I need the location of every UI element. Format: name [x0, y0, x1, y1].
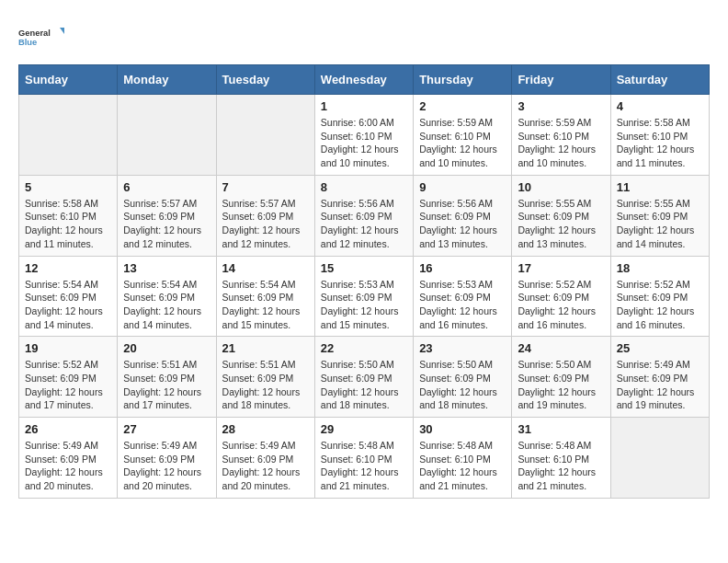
calendar-cell: 4Sunrise: 5:58 AM Sunset: 6:10 PM Daylig…	[610, 95, 709, 176]
day-number: 18	[617, 261, 703, 275]
weekday-header-monday: Monday	[118, 65, 216, 95]
day-number: 31	[518, 422, 604, 436]
calendar-cell: 21Sunrise: 5:51 AM Sunset: 6:09 PM Dayli…	[216, 337, 314, 418]
weekday-header-saturday: Saturday	[610, 65, 709, 95]
calendar-week-3: 12Sunrise: 5:54 AM Sunset: 6:09 PM Dayli…	[19, 256, 710, 337]
day-info: Sunrise: 5:56 AM Sunset: 6:09 PM Dayligh…	[419, 197, 506, 251]
day-number: 22	[321, 341, 407, 355]
calendar-cell: 6Sunrise: 5:57 AM Sunset: 6:09 PM Daylig…	[118, 175, 216, 256]
day-info: Sunrise: 5:48 AM Sunset: 6:10 PM Dayligh…	[321, 439, 407, 493]
day-info: Sunrise: 5:48 AM Sunset: 6:10 PM Dayligh…	[419, 439, 506, 493]
day-info: Sunrise: 6:00 AM Sunset: 6:10 PM Dayligh…	[321, 116, 407, 170]
calendar-cell: 20Sunrise: 5:51 AM Sunset: 6:09 PM Dayli…	[118, 337, 216, 418]
calendar-cell	[610, 418, 709, 499]
day-info: Sunrise: 5:49 AM Sunset: 6:09 PM Dayligh…	[222, 439, 309, 493]
day-number: 11	[617, 180, 703, 194]
day-number: 12	[25, 261, 111, 275]
day-number: 26	[25, 422, 111, 436]
logo-svg: General Blue	[18, 18, 64, 55]
calendar-week-5: 26Sunrise: 5:49 AM Sunset: 6:09 PM Dayli…	[19, 418, 710, 499]
calendar-cell: 11Sunrise: 5:55 AM Sunset: 6:09 PM Dayli…	[610, 175, 709, 256]
calendar-cell: 3Sunrise: 5:59 AM Sunset: 6:10 PM Daylig…	[512, 95, 610, 176]
day-number: 29	[321, 422, 407, 436]
svg-text:General: General	[18, 29, 51, 38]
calendar-cell: 18Sunrise: 5:52 AM Sunset: 6:09 PM Dayli…	[610, 256, 709, 337]
svg-text:Blue: Blue	[18, 38, 37, 47]
day-number: 27	[123, 422, 210, 436]
day-number: 5	[25, 180, 111, 194]
day-number: 7	[222, 180, 309, 194]
day-info: Sunrise: 5:49 AM Sunset: 6:09 PM Dayligh…	[617, 358, 703, 412]
day-info: Sunrise: 5:52 AM Sunset: 6:09 PM Dayligh…	[518, 278, 604, 332]
day-info: Sunrise: 5:48 AM Sunset: 6:10 PM Dayligh…	[518, 439, 604, 493]
day-number: 28	[222, 422, 309, 436]
calendar-cell: 17Sunrise: 5:52 AM Sunset: 6:09 PM Dayli…	[512, 256, 610, 337]
calendar-cell: 19Sunrise: 5:52 AM Sunset: 6:09 PM Dayli…	[19, 337, 118, 418]
calendar-cell: 23Sunrise: 5:50 AM Sunset: 6:09 PM Dayli…	[414, 337, 512, 418]
day-info: Sunrise: 5:55 AM Sunset: 6:09 PM Dayligh…	[518, 197, 604, 251]
day-number: 25	[617, 341, 703, 355]
calendar-cell: 29Sunrise: 5:48 AM Sunset: 6:10 PM Dayli…	[314, 418, 413, 499]
calendar-cell: 10Sunrise: 5:55 AM Sunset: 6:09 PM Dayli…	[512, 175, 610, 256]
svg-marker-2	[60, 28, 64, 36]
day-info: Sunrise: 5:52 AM Sunset: 6:09 PM Dayligh…	[25, 358, 111, 412]
calendar-cell: 27Sunrise: 5:49 AM Sunset: 6:09 PM Dayli…	[118, 418, 216, 499]
day-info: Sunrise: 5:58 AM Sunset: 6:10 PM Dayligh…	[617, 116, 703, 170]
day-info: Sunrise: 5:49 AM Sunset: 6:09 PM Dayligh…	[123, 439, 210, 493]
day-number: 13	[123, 261, 210, 275]
day-number: 6	[123, 180, 210, 194]
calendar-cell: 22Sunrise: 5:50 AM Sunset: 6:09 PM Dayli…	[314, 337, 413, 418]
weekday-header-wednesday: Wednesday	[314, 65, 413, 95]
calendar-cell: 8Sunrise: 5:56 AM Sunset: 6:09 PM Daylig…	[314, 175, 413, 256]
day-number: 4	[617, 99, 703, 113]
day-info: Sunrise: 5:56 AM Sunset: 6:09 PM Dayligh…	[321, 197, 407, 251]
day-number: 10	[518, 180, 604, 194]
day-number: 21	[222, 341, 309, 355]
day-number: 1	[321, 99, 407, 113]
day-info: Sunrise: 5:59 AM Sunset: 6:10 PM Dayligh…	[518, 116, 604, 170]
day-number: 9	[419, 180, 506, 194]
day-info: Sunrise: 5:55 AM Sunset: 6:09 PM Dayligh…	[617, 197, 703, 251]
calendar-header: SundayMondayTuesdayWednesdayThursdayFrid…	[19, 65, 710, 95]
calendar-cell: 15Sunrise: 5:53 AM Sunset: 6:09 PM Dayli…	[314, 256, 413, 337]
day-number: 3	[518, 99, 604, 113]
calendar-cell: 13Sunrise: 5:54 AM Sunset: 6:09 PM Dayli…	[118, 256, 216, 337]
day-info: Sunrise: 5:50 AM Sunset: 6:09 PM Dayligh…	[419, 358, 506, 412]
calendar-week-4: 19Sunrise: 5:52 AM Sunset: 6:09 PM Dayli…	[19, 337, 710, 418]
calendar-cell: 5Sunrise: 5:58 AM Sunset: 6:10 PM Daylig…	[19, 175, 118, 256]
day-number: 24	[518, 341, 604, 355]
day-info: Sunrise: 5:51 AM Sunset: 6:09 PM Dayligh…	[123, 358, 210, 412]
day-info: Sunrise: 5:57 AM Sunset: 6:09 PM Dayligh…	[222, 197, 309, 251]
calendar-cell: 2Sunrise: 5:59 AM Sunset: 6:10 PM Daylig…	[414, 95, 512, 176]
weekday-header-tuesday: Tuesday	[216, 65, 314, 95]
day-info: Sunrise: 5:50 AM Sunset: 6:09 PM Dayligh…	[518, 358, 604, 412]
weekday-header-row: SundayMondayTuesdayWednesdayThursdayFrid…	[19, 65, 710, 95]
day-info: Sunrise: 5:54 AM Sunset: 6:09 PM Dayligh…	[123, 278, 210, 332]
calendar-cell: 25Sunrise: 5:49 AM Sunset: 6:09 PM Dayli…	[610, 337, 709, 418]
day-info: Sunrise: 5:51 AM Sunset: 6:09 PM Dayligh…	[222, 358, 309, 412]
calendar-cell: 24Sunrise: 5:50 AM Sunset: 6:09 PM Dayli…	[512, 337, 610, 418]
day-info: Sunrise: 5:59 AM Sunset: 6:10 PM Dayligh…	[419, 116, 506, 170]
day-info: Sunrise: 5:58 AM Sunset: 6:10 PM Dayligh…	[25, 197, 111, 251]
day-info: Sunrise: 5:50 AM Sunset: 6:09 PM Dayligh…	[321, 358, 407, 412]
day-number: 15	[321, 261, 407, 275]
day-number: 30	[419, 422, 506, 436]
calendar-cell: 30Sunrise: 5:48 AM Sunset: 6:10 PM Dayli…	[414, 418, 512, 499]
day-number: 17	[518, 261, 604, 275]
day-info: Sunrise: 5:57 AM Sunset: 6:09 PM Dayligh…	[123, 197, 210, 251]
calendar-cell: 12Sunrise: 5:54 AM Sunset: 6:09 PM Dayli…	[19, 256, 118, 337]
calendar-cell: 26Sunrise: 5:49 AM Sunset: 6:09 PM Dayli…	[19, 418, 118, 499]
calendar-body: 1Sunrise: 6:00 AM Sunset: 6:10 PM Daylig…	[19, 95, 710, 499]
day-info: Sunrise: 5:54 AM Sunset: 6:09 PM Dayligh…	[222, 278, 309, 332]
day-number: 2	[419, 99, 506, 113]
calendar-week-1: 1Sunrise: 6:00 AM Sunset: 6:10 PM Daylig…	[19, 95, 710, 176]
calendar-cell: 16Sunrise: 5:53 AM Sunset: 6:09 PM Dayli…	[414, 256, 512, 337]
day-info: Sunrise: 5:53 AM Sunset: 6:09 PM Dayligh…	[321, 278, 407, 332]
calendar-cell: 1Sunrise: 6:00 AM Sunset: 6:10 PM Daylig…	[314, 95, 413, 176]
day-info: Sunrise: 5:53 AM Sunset: 6:09 PM Dayligh…	[419, 278, 506, 332]
calendar-table: SundayMondayTuesdayWednesdayThursdayFrid…	[18, 64, 710, 499]
day-number: 16	[419, 261, 506, 275]
calendar-cell	[216, 95, 314, 176]
logo: General Blue	[18, 18, 64, 55]
calendar-cell: 14Sunrise: 5:54 AM Sunset: 6:09 PM Dayli…	[216, 256, 314, 337]
